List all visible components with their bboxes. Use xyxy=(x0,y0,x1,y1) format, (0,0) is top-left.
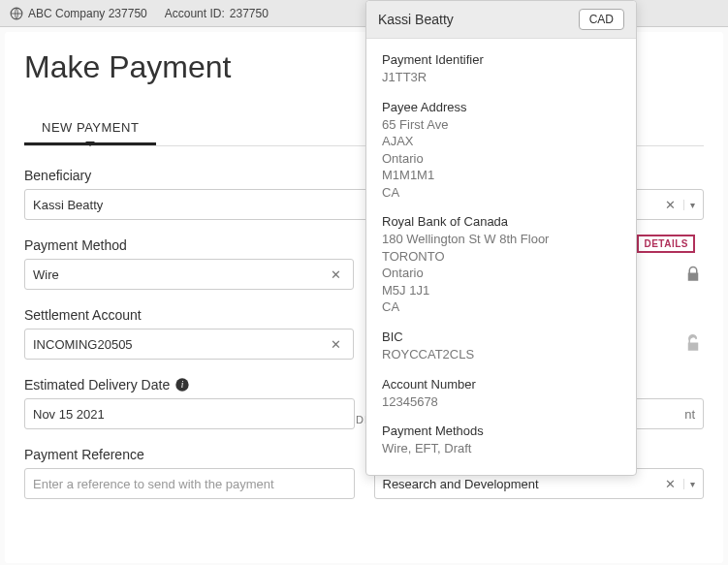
chevron-down-icon[interactable]: ▾ xyxy=(683,479,695,489)
account-number-value: 12345678 xyxy=(382,393,620,411)
reference-placeholder: Enter a reference to send with the payme… xyxy=(33,477,274,491)
clear-icon[interactable]: ✕ xyxy=(327,267,345,282)
delivery-label: Estimated Delivery Date i xyxy=(24,377,355,392)
popover-header: Kassi Beatty CAD xyxy=(366,1,636,39)
beneficiary-value: Kassi Beatty xyxy=(33,198,103,212)
clear-icon[interactable]: ✕ xyxy=(661,198,680,212)
payment-method-select[interactable]: Wire ✕ xyxy=(24,259,354,290)
lock-icon xyxy=(682,262,704,287)
popover-name: Kassi Beatty xyxy=(378,12,579,27)
company-label: ABC Company 237750 xyxy=(10,7,147,20)
reference-label: Payment Reference xyxy=(24,447,355,462)
settlement-select[interactable]: INCOMING20505 ✕ xyxy=(24,329,354,360)
delivery-date-input[interactable]: Nov 15 2021 xyxy=(24,398,355,429)
info-icon[interactable]: i xyxy=(174,377,190,392)
payment-method-value: Wire xyxy=(33,267,59,282)
globe-icon xyxy=(10,7,23,20)
reference-input[interactable]: Enter a reference to send with the payme… xyxy=(24,468,355,499)
bank-name: Royal Bank of Canada xyxy=(382,214,620,229)
settlement-value: INCOMING20505 xyxy=(33,337,133,352)
beneficiary-popover: Kassi Beatty CAD Payment Identifier J1TT… xyxy=(365,0,637,476)
payee-address-value: 65 First Ave AJAX Ontario M1M1M1 CA xyxy=(382,116,620,202)
account-id-group: Account ID: 237750 xyxy=(165,7,269,20)
payment-id-value: J1TT3R xyxy=(382,69,620,86)
payee-address-label: Payee Address xyxy=(382,100,620,114)
popover-body: Payment Identifier J1TT3R Payee Address … xyxy=(366,39,636,475)
category-value: Research and Development xyxy=(383,477,539,491)
company-name: ABC Company 237750 xyxy=(28,7,147,20)
chevron-down-icon[interactable]: ▾ xyxy=(683,200,695,210)
clear-icon[interactable]: ✕ xyxy=(327,337,345,352)
delivery-date-value: Nov 15 2021 xyxy=(33,407,105,422)
svg-text:i: i xyxy=(181,380,184,390)
tab-new-payment[interactable]: NEW PAYMENT xyxy=(24,112,156,145)
payment-methods-label: Payment Methods xyxy=(382,424,620,438)
payment-id-label: Payment Identifier xyxy=(382,52,620,67)
bic-label: BIC xyxy=(382,330,620,344)
unlock-icon xyxy=(682,331,704,357)
currency-button[interactable]: CAD xyxy=(579,9,624,30)
account-number-label: Account Number xyxy=(382,377,620,392)
details-badge[interactable]: DETAILS xyxy=(637,235,695,253)
clear-icon[interactable]: ✕ xyxy=(661,477,680,491)
bank-address: 180 Wellington St W 8th Floor TORONTO On… xyxy=(382,231,620,316)
bic-value: ROYCCAT2CLS xyxy=(382,346,620,363)
payment-methods-value: Wire, EFT, Draft xyxy=(382,440,620,457)
